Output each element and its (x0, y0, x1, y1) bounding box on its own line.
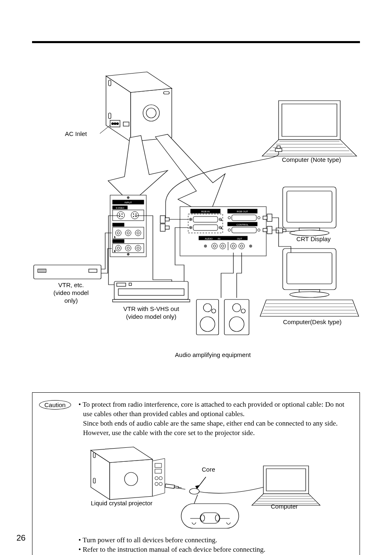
svg-rect-124 (267, 226, 272, 234)
svg-point-110 (290, 230, 329, 236)
vtr-svhs-label: VTR with S-VHS out (video model only) (112, 305, 190, 321)
svg-point-34 (133, 216, 134, 217)
svg-rect-108 (287, 191, 332, 222)
svg-rect-7 (164, 92, 169, 94)
crt-display-label: CRT Display (289, 235, 338, 242)
svg-rect-116 (287, 253, 332, 284)
svg-rect-104 (165, 218, 169, 221)
top-rule (32, 41, 360, 43)
svg-point-87 (240, 245, 243, 247)
svg-line-165 (197, 477, 206, 489)
svg-rect-155 (155, 463, 161, 467)
svg-rect-113 (276, 228, 283, 233)
svg-rect-111 (267, 214, 272, 221)
svg-marker-149 (110, 459, 152, 500)
caution-b1: • Turn power off to all devices before c… (78, 536, 350, 545)
core-label: Core (202, 466, 215, 473)
svg-rect-156 (155, 469, 161, 473)
page-number: 26 (16, 533, 25, 543)
svg-point-48 (117, 247, 120, 249)
svg-point-176 (201, 515, 205, 521)
svg-rect-134 (129, 283, 131, 286)
rgb-in-label: RGB IN (201, 210, 210, 213)
svg-point-144 (241, 309, 245, 313)
svg-point-145 (229, 317, 244, 332)
svg-marker-168 (266, 469, 306, 491)
diagram-svg: 1 2 INPUT S-VIDEO 1 2 (32, 68, 360, 388)
svg-rect-58 (193, 225, 218, 230)
svg-rect-6 (108, 113, 111, 119)
svg-point-26 (117, 212, 125, 219)
svg-rect-147 (165, 226, 169, 229)
svg-point-30 (122, 216, 122, 217)
svg-rect-146 (160, 224, 165, 231)
svg-rect-36 (113, 223, 124, 226)
svg-rect-137 (113, 299, 190, 302)
audio-label: AUDIO (205, 237, 212, 240)
svg-marker-96 (282, 104, 337, 136)
svg-point-85 (232, 245, 235, 247)
svg-rect-105 (275, 148, 282, 152)
svg-point-28 (122, 214, 122, 214)
caution-text: • To protect from radio interference, co… (78, 400, 350, 438)
out-label: OUT (237, 237, 242, 240)
svg-point-118 (290, 292, 329, 297)
panel-svideo-label: S-VIDEO (116, 207, 125, 209)
svg-point-81 (213, 245, 216, 247)
svg-marker-1 (131, 88, 172, 142)
in-label: IN (218, 237, 220, 240)
svg-text:1: 1 (114, 236, 115, 238)
connection-diagram: 1 2 INPUT S-VIDEO 1 2 (32, 68, 360, 388)
caution-sub-diagram: Core Liquid crystal projector Computer (42, 442, 350, 532)
svg-point-177 (215, 515, 219, 521)
svg-point-140 (212, 309, 216, 313)
svg-point-33 (136, 214, 136, 214)
svg-rect-112 (263, 216, 267, 219)
computer-note-label: Computer (Note type) (274, 156, 348, 163)
svg-marker-14 (108, 136, 168, 203)
panel-input-label: INPUT (125, 201, 132, 204)
caution-tail: • Turn power off to all devices before c… (78, 536, 350, 555)
vtr-etc-note: (video model only) (53, 289, 89, 304)
svg-point-52 (137, 247, 139, 249)
svg-point-74 (258, 216, 260, 219)
svg-rect-125 (263, 228, 267, 232)
vtr-etc-text: VTR, etc. (58, 281, 84, 288)
svg-point-73 (228, 216, 231, 219)
svg-rect-152 (93, 453, 95, 458)
svg-point-83 (221, 245, 224, 247)
svg-rect-114 (283, 229, 286, 232)
svg-text:2: 2 (114, 250, 115, 252)
svg-point-164 (189, 488, 199, 494)
computer-small-label: Computer (271, 503, 298, 510)
svg-rect-57 (193, 216, 218, 222)
vtr-svhs-note: (video model only) (126, 313, 177, 320)
control-label: CONTROL (236, 223, 249, 226)
svg-point-10 (114, 123, 116, 125)
svg-point-159 (155, 482, 158, 486)
svg-rect-128 (89, 269, 97, 272)
lcp-label: Liquid crystal projector (91, 500, 152, 507)
svg-point-39 (117, 232, 120, 234)
svg-rect-12 (123, 122, 129, 126)
vtr-etc-label: VTR, etc. (video model only) (51, 281, 92, 304)
svg-point-9 (112, 123, 114, 125)
svg-point-139 (203, 304, 212, 312)
svg-point-50 (127, 247, 129, 249)
page-content: 1 2 INPUT S-VIDEO 1 2 (32, 41, 360, 555)
caution-box: Caution • To protect from radio interfer… (32, 392, 360, 555)
svg-rect-135 (118, 289, 184, 295)
svg-point-143 (233, 304, 241, 312)
svg-rect-76 (232, 227, 256, 233)
vtr-svhs-text: VTR with S-VHS out (123, 305, 179, 312)
svg-point-158 (159, 477, 162, 480)
caution-p2: Since both ends of audio cable are the s… (78, 419, 350, 438)
svg-rect-161 (165, 484, 175, 488)
svg-marker-97 (262, 140, 357, 156)
svg-rect-153 (93, 478, 95, 483)
svg-point-35 (136, 216, 136, 217)
svg-point-77 (228, 229, 231, 231)
ac-inlet-label: AC Inlet (65, 130, 87, 137)
svg-point-31 (131, 212, 138, 219)
svg-point-43 (137, 232, 139, 234)
